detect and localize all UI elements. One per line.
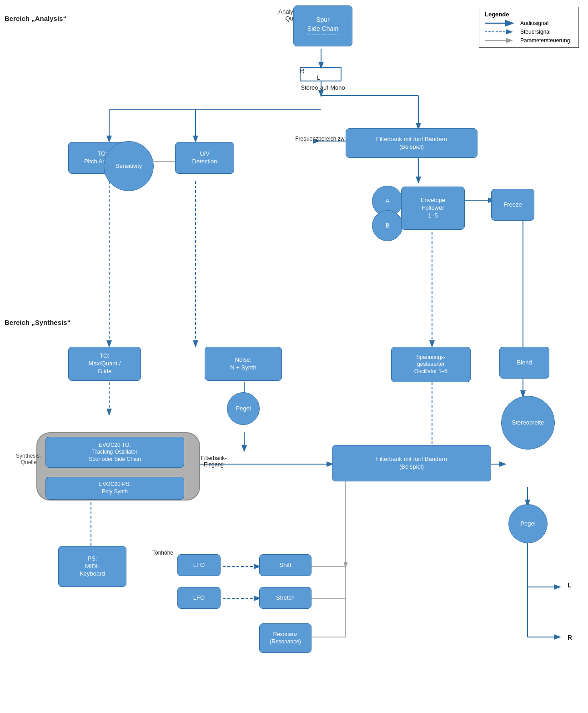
evoc20-to-box: EVOC20 TO:Tracking-OszillatorSpur oder S… — [45, 437, 184, 468]
circle-b-text: B — [386, 222, 390, 230]
l-label: L — [568, 582, 572, 589]
legend-control-label: Steuersignal — [520, 29, 551, 35]
pegel-stereo-text: Pegel — [520, 520, 535, 528]
evoc20-to-text: EVOC20 TO:Tracking-OszillatorSpur oder S… — [89, 442, 141, 463]
stretch-box: Stretch — [259, 587, 312, 609]
filterbank-analysis-text: Filterbank mit fünf Bändern(Beispiel) — [376, 136, 447, 151]
stereobreite-circle: Stereobreite — [501, 396, 555, 450]
ps-midi-text: PS:MIDI-Keyboard — [80, 555, 105, 578]
shift-text: Shift — [279, 561, 291, 569]
blend-text: Blend — [517, 359, 532, 367]
r-label: R — [568, 634, 572, 641]
spannungs-box: Spannungs-gesteuerterOscillator 1–5 — [391, 347, 471, 382]
envelope-follower-text: EnvelopeFollower1–5 — [421, 197, 445, 220]
legend-control-row: Steuersignal — [485, 29, 573, 35]
evoc20-ps-text: EVOC20 PS:Poly Synth — [99, 481, 131, 495]
blend-box: Blend — [499, 347, 549, 379]
legend-box: Legende Audiosignal Steuersignal Paramet… — [479, 7, 579, 48]
noise-synth-text: Noise,N + Synth — [230, 356, 256, 372]
filterbank-eingang-label: Filterbank-Eingang — [189, 455, 239, 468]
circle-a-text: A — [386, 197, 390, 205]
stereo-auf-mono-label: Stereo-auf-Mono — [255, 84, 391, 91]
legend-param-row: Parametersteuerung — [485, 37, 573, 44]
pegel-stereo-circle: Pegel — [508, 504, 548, 543]
synthesis-quelle-label: Synthesis-Quelle — [8, 453, 49, 465]
circle-b: B — [372, 210, 403, 241]
legend-param-label: Parametersteuerung — [520, 37, 570, 44]
lfo2-text: LFO — [193, 594, 205, 602]
rl-label: R L — [293, 67, 352, 81]
to-max-text: TO:Max/Quant./Glide — [89, 352, 121, 375]
pegel-noise-text: Pegel — [236, 405, 251, 413]
spur-side-chain-text: SpurSide Chain — [307, 15, 339, 33]
stretch-text: Stretch — [276, 594, 295, 602]
legend-audio-row: Audiosignal — [485, 20, 573, 26]
freeze-box: Freeze — [491, 189, 534, 221]
diagram-container: Bereich „Analysis“ Bereich „Synthesis“ A… — [0, 0, 588, 713]
tonhoehe-label: Tonhöhe — [145, 550, 181, 556]
lfo1-text: LFO — [193, 561, 205, 569]
section-synthesis-label: Bereich „Synthesis“ — [5, 319, 70, 326]
filterbank-synthesis-text: Filterbank mit fünf Bändern(Beispiel) — [376, 455, 447, 471]
lfo1-box: LFO — [177, 554, 221, 576]
legend-param-icon — [485, 37, 517, 44]
legend-audio-icon — [485, 20, 517, 26]
spur-side-chain-box: SpurSide Chain — [293, 5, 352, 46]
resonanz-box: Resonanz(Resonance) — [259, 623, 312, 653]
evoc20-ps-box: EVOC20 PS:Poly Synth — [45, 477, 184, 500]
pegel-noise-circle: Pegel — [227, 392, 260, 425]
sensitivity-text: Sensitivity — [116, 162, 142, 170]
legend-control-icon — [485, 29, 517, 35]
to-max-box: TO:Max/Quant./Glide — [68, 347, 141, 381]
section-analysis-label: Bereich „Analysis“ — [5, 15, 66, 22]
stereobreite-text: Stereobreite — [512, 419, 544, 427]
lfo2-box: LFO — [177, 587, 221, 609]
noise-synth-box: Noise,N + Synth — [205, 347, 282, 381]
freeze-text: Freeze — [503, 201, 522, 209]
filterbank-synthesis-box: Filterbank mit fünf Bändern(Beispiel) — [332, 445, 491, 481]
legend-title: Legende — [485, 11, 573, 18]
filterbank-analysis-box: Filterbank mit fünf Bändern(Beispiel) — [346, 128, 477, 158]
resonanz-text: Resonanz(Resonance) — [270, 631, 301, 645]
ps-midi-box: PS:MIDI-Keyboard — [58, 546, 126, 587]
uv-detection-box: U/VDetection — [175, 142, 234, 174]
sensitivity-circle: Sensitivity — [104, 141, 154, 191]
shift-box: Shift — [259, 554, 312, 576]
spannungs-text: Spannungs-gesteuerterOscillator 1–5 — [414, 354, 447, 375]
uv-detection-text: U/VDetection — [192, 150, 217, 166]
envelope-follower-box: EnvelopeFollower1–5 — [401, 187, 465, 230]
legend-audio-label: Audiosignal — [520, 20, 548, 26]
